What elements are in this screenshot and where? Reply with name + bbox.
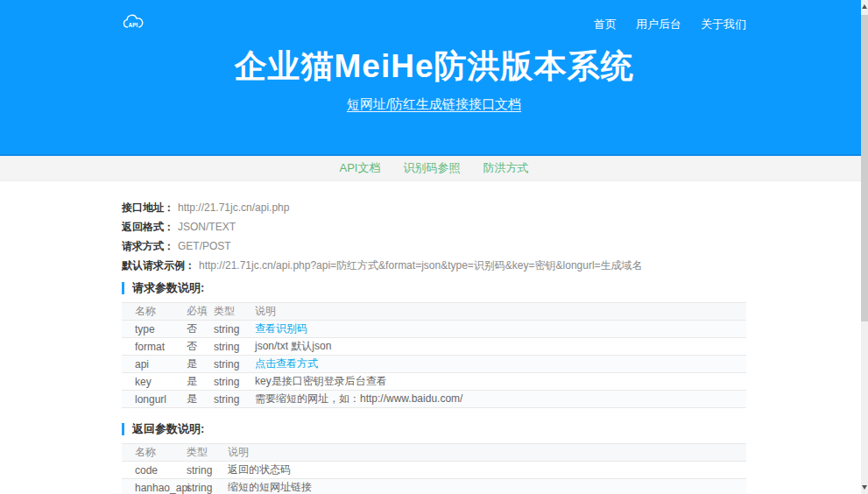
param-desc-cell: 返回的状态码 xyxy=(215,462,746,479)
param-desc-cell: key是接口密钥登录后台查看 xyxy=(242,373,746,391)
param-name-cell: key xyxy=(122,373,173,391)
table-row: type 否 string 查看识别码 xyxy=(122,321,746,338)
request-method-line: 请求方式：GET/POST xyxy=(122,241,746,251)
doc-tabbar: API文档 识别码参照 防洪方式 xyxy=(0,156,868,181)
request-params-section-title: 请求参数说明: xyxy=(122,282,746,294)
tab-api-doc[interactable]: API文档 xyxy=(340,160,381,176)
table-row: format 否 string json/txt 默认json xyxy=(122,338,746,356)
return-format-line: 返回格式：JSON/TEXT xyxy=(122,222,746,232)
col-desc: 说明 xyxy=(242,303,746,321)
return-format-label: 返回格式： xyxy=(122,221,174,233)
svg-text:API: API xyxy=(129,22,138,28)
response-params-table: 名称 类型 说明 code string 返回的状态码 hanhao_api s… xyxy=(122,443,746,494)
param-desc-cell: 需要缩短的网址，如：http://www.baidu.com/ xyxy=(242,391,746,408)
col-desc: 说明 xyxy=(215,444,746,462)
nav-home[interactable]: 首页 xyxy=(594,17,617,32)
page-subtitle: 短网址/防红生成链接接口文档 xyxy=(122,96,746,113)
param-desc-cell: json/txt 默认json xyxy=(242,338,746,356)
default-request-example-label: 默认请求示例： xyxy=(122,259,195,272)
table-header-row: 名称 必填 类型 说明 xyxy=(122,303,746,321)
table-row: code string 返回的状态码 xyxy=(122,462,746,479)
param-desc-cell: 查看识别码 xyxy=(242,321,746,338)
click-view-mode-link[interactable]: 点击查看方式 xyxy=(255,357,318,370)
site-logo[interactable]: API xyxy=(122,14,145,34)
cloud-api-icon: API xyxy=(122,14,145,34)
param-type-cell: string xyxy=(173,462,215,479)
param-type-cell: string xyxy=(201,373,242,391)
table-row: key 是 string key是接口密钥登录后台查看 xyxy=(122,373,746,391)
table-row: longurl 是 string 需要缩短的网址，如：http://www.ba… xyxy=(122,391,746,408)
param-name-cell: code xyxy=(122,462,173,479)
param-name-cell: longurl xyxy=(122,391,173,408)
tab-identifier-reference[interactable]: 识别码参照 xyxy=(403,160,460,176)
default-request-example-value: http://21.71jc.cn/api.php?api=防红方式&forma… xyxy=(199,259,643,272)
col-name: 名称 xyxy=(122,303,173,321)
api-address-label: 接口地址： xyxy=(122,201,174,214)
page: API 首页 用户后台 关于我们 企业猫MeiHe防洪版本系统 短网址/防红生成… xyxy=(0,0,868,494)
param-type-cell: string xyxy=(201,391,242,408)
param-name-cell: type xyxy=(122,321,173,338)
param-type-cell: string xyxy=(201,338,242,356)
response-params-section-title: 返回参数说明: xyxy=(122,423,746,435)
table-row: hanhao_api string 缩短的短网址链接 xyxy=(122,479,746,494)
col-name: 名称 xyxy=(122,444,173,462)
param-type-cell: string xyxy=(201,356,242,373)
nav-user-backend[interactable]: 用户后台 xyxy=(636,17,681,32)
table-header-row: 名称 类型 说明 xyxy=(122,444,746,462)
request-params-table: 名称 必填 类型 说明 type 否 string 查看识别码 format 否… xyxy=(122,302,746,408)
param-required-cell: 是 xyxy=(173,356,201,373)
param-desc-cell: 缩短的短网址链接 xyxy=(215,479,746,494)
col-required: 必填 xyxy=(173,303,201,321)
return-format-value: JSON/TEXT xyxy=(178,221,236,233)
table-row: api 是 string 点击查看方式 xyxy=(122,356,746,373)
nav-about-us[interactable]: 关于我们 xyxy=(701,17,746,32)
browser-scrollbar[interactable] xyxy=(861,0,868,494)
api-address-value: http://21.71jc.cn/api.php xyxy=(178,201,289,214)
col-type: 类型 xyxy=(173,444,215,462)
param-desc-cell: 点击查看方式 xyxy=(242,356,746,373)
page-title: 企业猫MeiHe防洪版本系统 xyxy=(122,45,746,88)
request-method-label: 请求方式： xyxy=(122,240,174,252)
default-request-example-line: 默认请求示例：http://21.71jc.cn/api.php?api=防红方… xyxy=(122,260,746,271)
param-required-cell: 是 xyxy=(173,373,201,391)
param-required-cell: 否 xyxy=(173,338,201,356)
api-address-line: 接口地址：http://21.71jc.cn/api.php xyxy=(122,202,746,213)
param-type-cell: string xyxy=(201,321,242,338)
view-identifier-link[interactable]: 查看识别码 xyxy=(255,322,307,335)
request-method-value: GET/POST xyxy=(178,240,231,252)
scrollbar-up-arrow-icon[interactable] xyxy=(862,4,867,9)
tab-flood-control-mode[interactable]: 防洪方式 xyxy=(483,160,528,176)
param-name-cell: hanhao_api xyxy=(122,479,173,494)
param-required-cell: 否 xyxy=(173,321,201,338)
param-name-cell: api xyxy=(122,356,173,373)
hero-header: API 首页 用户后台 关于我们 企业猫MeiHe防洪版本系统 短网址/防红生成… xyxy=(0,0,868,156)
scrollbar-down-arrow-icon[interactable] xyxy=(862,485,867,490)
param-name-cell: format xyxy=(122,338,173,356)
top-nav: 首页 用户后台 关于我们 xyxy=(594,17,746,32)
scrollbar-thumb[interactable] xyxy=(861,15,868,321)
param-required-cell: 是 xyxy=(173,391,201,408)
main-content: 接口地址：http://21.71jc.cn/api.php 返回格式：JSON… xyxy=(122,181,746,494)
